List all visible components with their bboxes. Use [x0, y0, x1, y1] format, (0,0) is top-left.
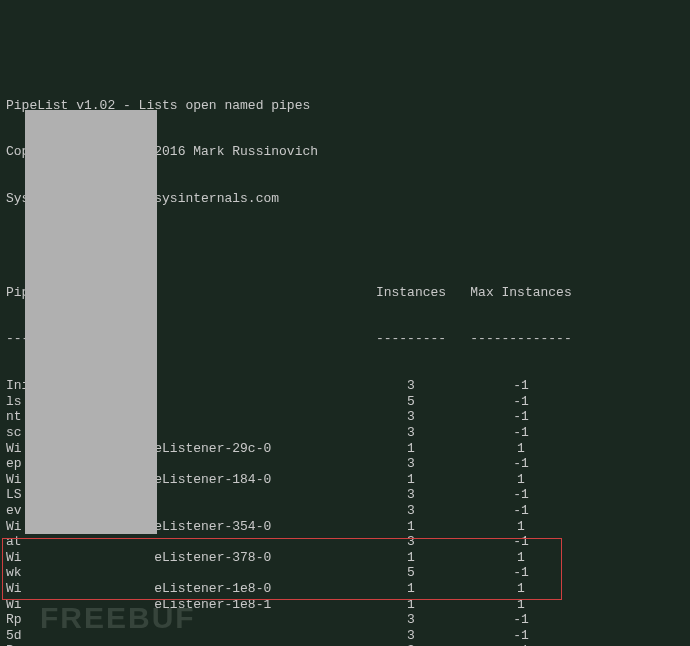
- max-instances-cell: -1: [461, 565, 581, 581]
- instances-cell: 3: [361, 503, 461, 519]
- instances-cell: 5: [361, 394, 461, 410]
- instances-cell: 1: [361, 597, 461, 613]
- instances-cell: 3: [361, 378, 461, 394]
- pipe-name-cell: wk: [6, 565, 361, 581]
- table-row: 5d3-1: [6, 628, 684, 644]
- instances-cell: 3: [361, 409, 461, 425]
- max-instances-cell: -1: [461, 409, 581, 425]
- pipe-name-cell: at: [6, 534, 361, 550]
- pipe-name-cell: Wi eListener-1e8-0: [6, 581, 361, 597]
- col-instances-header: Instances: [361, 285, 461, 301]
- table-row: Wi eListener-1e8-111: [6, 597, 684, 613]
- max-instances-cell: 1: [461, 519, 581, 535]
- max-instances-cell: -1: [461, 456, 581, 472]
- redaction-overlay: [25, 110, 157, 534]
- max-instances-cell: -1: [461, 378, 581, 394]
- instances-cell: 1: [361, 441, 461, 457]
- max-instances-cell: 1: [461, 472, 581, 488]
- instances-cell: 3: [361, 487, 461, 503]
- max-instances-cell: 1: [461, 441, 581, 457]
- table-row: wk5-1: [6, 565, 684, 581]
- pipe-name-cell: Wi eListener-378-0: [6, 550, 361, 566]
- instances-cell: 3: [361, 425, 461, 441]
- pipe-name-cell: Wi eListener-1e8-1: [6, 597, 361, 613]
- pipe-name-cell: Rp: [6, 612, 361, 628]
- max-instances-cell: 1: [461, 550, 581, 566]
- max-instances-cell: -1: [461, 503, 581, 519]
- instances-cell: 5: [361, 565, 461, 581]
- instances-cell: 3: [361, 612, 461, 628]
- max-instances-cell: 1: [461, 581, 581, 597]
- instances-cell: 3: [361, 534, 461, 550]
- max-instances-cell: -1: [461, 628, 581, 644]
- table-row: Rp3-1: [6, 612, 684, 628]
- instances-cell: 3: [361, 456, 461, 472]
- max-instances-cell: 1: [461, 597, 581, 613]
- instances-cell: 1: [361, 519, 461, 535]
- table-row: Wi eListener-1e8-011: [6, 581, 684, 597]
- instances-cell: 3: [361, 628, 461, 644]
- pipe-name-cell: 5d: [6, 628, 361, 644]
- max-instances-cell: -1: [461, 487, 581, 503]
- instances-cell: 1: [361, 550, 461, 566]
- max-instances-cell: -1: [461, 425, 581, 441]
- max-instances-cell: -1: [461, 394, 581, 410]
- instances-cell: 1: [361, 581, 461, 597]
- max-instances-cell: -1: [461, 534, 581, 550]
- instances-cell: 1: [361, 472, 461, 488]
- max-instances-cell: -1: [461, 612, 581, 628]
- table-row: at3-1: [6, 534, 684, 550]
- table-row: Wi eListener-378-011: [6, 550, 684, 566]
- col-max-header: Max Instances: [461, 285, 581, 301]
